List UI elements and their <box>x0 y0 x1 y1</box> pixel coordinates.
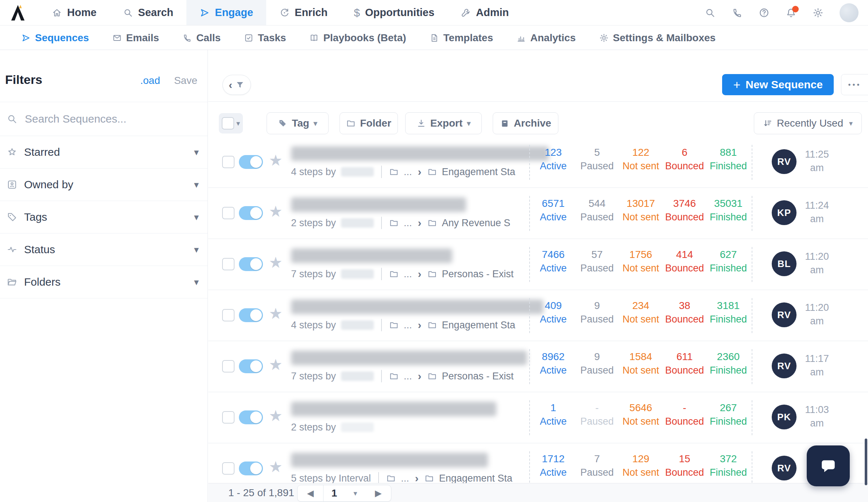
filter-owned-by[interactable]: Owned by ▾ <box>0 169 208 201</box>
stat-bounced[interactable]: 611Bounced <box>663 351 706 378</box>
notifications-bell-icon[interactable] <box>786 7 797 18</box>
breadcrumb-folder[interactable]: Engagement Sta <box>442 320 515 331</box>
sequence-row[interactable]: ★ 5 steps by Interval ... › Engagement S… <box>208 443 868 483</box>
breadcrumb-collapsed[interactable]: ... <box>404 371 412 382</box>
tab-settings-mailboxes[interactable]: Settings & Mailboxes <box>588 32 728 44</box>
star-icon[interactable]: ★ <box>269 408 283 424</box>
star-icon[interactable]: ★ <box>269 459 283 475</box>
owner-avatar[interactable]: BL <box>772 251 797 276</box>
breadcrumb-collapsed[interactable]: ... <box>404 320 412 331</box>
breadcrumb-collapsed[interactable]: ... <box>404 166 412 178</box>
user-avatar[interactable] <box>840 3 859 22</box>
settings-gear-icon[interactable] <box>813 7 824 18</box>
sequence-row[interactable]: ★ 4 steps by ... › Engagement Sta 409Act… <box>208 290 868 341</box>
more-options-button[interactable]: ••• <box>841 74 868 95</box>
stat-finished[interactable]: 35031Finished <box>706 197 750 224</box>
vertical-scrollbar-thumb[interactable] <box>865 439 867 485</box>
load-filters-link[interactable]: .oad <box>140 75 160 86</box>
stat-active[interactable]: 123Active <box>531 146 575 173</box>
stat-not-sent[interactable]: 122Not sent <box>619 146 663 173</box>
stat-not-sent[interactable]: 5646Not sent <box>619 402 663 429</box>
stat-paused[interactable]: 9Paused <box>575 300 619 327</box>
stat-active[interactable]: 1Active <box>531 402 575 429</box>
stat-bounced[interactable]: 15Bounced <box>663 453 706 480</box>
row-checkbox[interactable] <box>222 207 235 219</box>
stat-finished[interactable]: 372Finished <box>706 453 750 480</box>
stat-bounced[interactable]: -Bounced <box>663 402 706 429</box>
star-icon[interactable]: ★ <box>269 153 283 168</box>
sequence-title-redacted[interactable] <box>291 453 488 467</box>
star-icon[interactable]: ★ <box>269 255 283 270</box>
breadcrumb-folder[interactable]: Engagement Sta <box>442 166 515 178</box>
save-filters-link[interactable]: Save <box>174 75 197 86</box>
nav-home[interactable]: Home <box>39 0 110 25</box>
search-sequences-input[interactable] <box>25 113 201 125</box>
select-all-checkbox[interactable] <box>222 117 234 130</box>
row-checkbox[interactable] <box>222 360 235 372</box>
stat-bounced[interactable]: 414Bounced <box>663 248 706 275</box>
sequence-title-redacted[interactable] <box>291 351 527 365</box>
row-checkbox[interactable] <box>222 309 235 321</box>
stat-finished[interactable]: 3181Finished <box>706 300 750 327</box>
sort-dropdown[interactable]: Recently Used ▾ <box>754 112 862 134</box>
stat-paused[interactable]: 57Paused <box>575 248 619 275</box>
sequence-toggle-on[interactable] <box>239 257 263 271</box>
current-page[interactable]: 1 <box>323 487 345 499</box>
stat-finished[interactable]: 881Finished <box>706 146 750 173</box>
star-icon[interactable]: ★ <box>269 306 283 321</box>
stat-paused[interactable]: 7Paused <box>575 453 619 480</box>
apollo-logo-icon[interactable] <box>8 3 29 23</box>
filter-status[interactable]: Status ▾ <box>0 233 208 266</box>
previous-page-button[interactable]: ◀ <box>298 488 323 498</box>
owner-avatar[interactable]: PK <box>772 405 797 429</box>
stat-paused[interactable]: 9Paused <box>575 351 619 378</box>
tab-calls[interactable]: Calls <box>171 32 232 44</box>
stat-not-sent[interactable]: 129Not sent <box>619 453 663 480</box>
filter-starred[interactable]: Starred ▾ <box>0 136 208 169</box>
global-search-icon[interactable] <box>705 7 716 18</box>
filter-folders[interactable]: Folders ▾ <box>0 266 208 298</box>
chat-widget-button[interactable] <box>807 445 850 486</box>
row-checkbox[interactable] <box>222 462 235 475</box>
row-checkbox[interactable] <box>222 411 235 424</box>
tag-button[interactable]: Tag ▾ <box>267 112 329 134</box>
stat-not-sent[interactable]: 234Not sent <box>619 300 663 327</box>
owner-avatar[interactable]: KP <box>772 200 797 225</box>
select-all-control[interactable]: ▾ <box>219 113 243 134</box>
sequence-title-redacted[interactable] <box>291 300 543 314</box>
collapse-filters-button[interactable]: ‹ <box>222 75 251 95</box>
sequence-toggle-on[interactable] <box>239 155 263 169</box>
tab-playbooks[interactable]: Playbooks (Beta) <box>298 32 418 44</box>
sequence-toggle-on[interactable] <box>239 462 263 475</box>
new-sequence-button[interactable]: + New Sequence <box>722 74 834 95</box>
stat-active[interactable]: 8962Active <box>531 351 575 378</box>
sequence-toggle-on[interactable] <box>239 410 263 424</box>
nav-engage[interactable]: Engage <box>186 0 266 25</box>
breadcrumb-folder[interactable]: Personas - Exist <box>442 269 514 280</box>
sequence-row[interactable]: ★ 2 steps by 1Active -Paused 5646Not sen… <box>208 392 868 443</box>
tab-templates[interactable]: Templates <box>418 32 505 44</box>
stat-paused[interactable]: 5Paused <box>575 146 619 173</box>
star-icon[interactable]: ★ <box>269 204 283 219</box>
next-page-button[interactable]: ▶ <box>365 488 391 498</box>
owner-avatar[interactable]: RV <box>772 354 797 378</box>
nav-search[interactable]: Search <box>110 0 187 25</box>
owner-avatar[interactable]: RV <box>772 149 797 174</box>
stat-active[interactable]: 409Active <box>531 300 575 327</box>
sequence-row[interactable]: ★ 7 steps by ... › Personas - Exist 7466… <box>208 239 868 290</box>
sequence-toggle-on[interactable] <box>239 206 263 220</box>
nav-enrich[interactable]: Enrich <box>266 0 341 25</box>
tab-emails[interactable]: Emails <box>101 32 171 44</box>
nav-opportunities[interactable]: $ Opportunities <box>341 0 447 25</box>
breadcrumb-collapsed[interactable]: ... <box>401 473 409 483</box>
sequence-toggle-on[interactable] <box>239 359 263 373</box>
tab-analytics[interactable]: Analytics <box>505 32 588 44</box>
sequence-row[interactable]: ★ 2 steps by ... › Any Revenue S 6571Act… <box>208 188 868 239</box>
nav-admin[interactable]: Admin <box>447 0 522 25</box>
star-icon[interactable]: ★ <box>269 357 283 372</box>
sequence-row[interactable]: ★ 4 steps by ... › Engagement Sta 123Act… <box>208 137 868 188</box>
breadcrumb-collapsed[interactable]: ... <box>404 269 412 280</box>
stat-finished[interactable]: 627Finished <box>706 248 750 275</box>
export-button[interactable]: Export ▾ <box>405 112 482 134</box>
breadcrumb-folder[interactable]: Personas - Exist <box>442 371 514 382</box>
